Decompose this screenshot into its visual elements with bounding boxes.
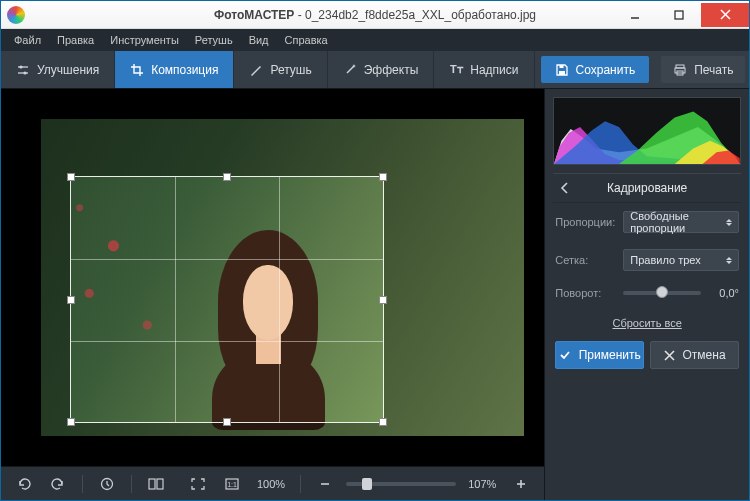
canvas-viewport[interactable] <box>1 89 544 466</box>
actual-size-button[interactable]: 1:1 <box>219 473 245 495</box>
reset-all-link[interactable]: Сбросить все <box>545 317 749 329</box>
zoom-out-button[interactable] <box>312 473 338 495</box>
app-name: ФотоМАСТЕР <box>214 8 294 22</box>
wand-icon <box>343 63 357 77</box>
text-icon: Tᴛ <box>449 63 463 77</box>
svg-point-7 <box>23 71 26 74</box>
canvas-area: 1:1 100% 107% <box>1 89 544 500</box>
redo-icon <box>50 477 66 491</box>
print-button[interactable]: Печать <box>661 56 745 83</box>
compare-icon <box>148 477 164 491</box>
tab-composition[interactable]: Композиция <box>115 51 234 88</box>
ratio-label: Пропорции: <box>555 216 615 228</box>
panel-actions: Применить Отмена <box>555 341 739 369</box>
crop-rectangle[interactable] <box>70 176 384 423</box>
panel-back-button[interactable] <box>555 178 575 198</box>
apply-button[interactable]: Применить <box>555 341 644 369</box>
menu-retouch[interactable]: Ретушь <box>188 32 240 48</box>
crop-icon <box>130 63 144 77</box>
minus-icon <box>319 478 331 490</box>
rotate-label: Поворот: <box>555 287 615 299</box>
crop-handle-w[interactable] <box>67 296 75 304</box>
history-icon <box>100 477 114 491</box>
close-icon <box>720 9 731 20</box>
fit-icon <box>190 477 206 491</box>
photo-image <box>41 119 524 436</box>
undo-button[interactable] <box>11 473 37 495</box>
redo-button[interactable] <box>45 473 71 495</box>
window-title: ФотоМАСТЕР - 0_234db2_f8dde25a_XXL_обраб… <box>214 8 536 22</box>
onetoone-icon: 1:1 <box>224 477 240 491</box>
app-window: ФотоМАСТЕР - 0_234db2_f8dde25a_XXL_обраб… <box>0 0 750 501</box>
histogram-icon <box>554 98 740 164</box>
crop-handle-s[interactable] <box>223 418 231 426</box>
maximize-icon <box>674 10 684 20</box>
plus-icon <box>515 478 527 490</box>
tool-tabs: Улучшения Композиция Ретушь Эффекты Tᴛ Н… <box>1 51 749 89</box>
menu-view[interactable]: Вид <box>242 32 276 48</box>
svg-text:1:1: 1:1 <box>227 481 237 488</box>
zoom-in-button[interactable] <box>508 473 534 495</box>
file-name: 0_234db2_f8dde25a_XXL_обработано.jpg <box>305 8 536 22</box>
crop-handle-sw[interactable] <box>67 418 75 426</box>
titlebar: ФотоМАСТЕР - 0_234db2_f8dde25a_XXL_обраб… <box>1 1 749 29</box>
save-icon <box>555 63 569 77</box>
print-icon <box>673 63 687 77</box>
svg-rect-15 <box>149 479 155 489</box>
crop-handle-se[interactable] <box>379 418 387 426</box>
history-button[interactable] <box>94 473 120 495</box>
menu-file[interactable]: Файл <box>7 32 48 48</box>
minimize-button[interactable] <box>613 3 657 27</box>
svg-rect-9 <box>559 71 565 75</box>
tab-text[interactable]: Tᴛ Надписи <box>434 51 534 88</box>
tab-effects[interactable]: Эффекты <box>328 51 435 88</box>
svg-rect-1 <box>675 11 683 19</box>
grid-select[interactable]: Правило трех <box>623 249 739 271</box>
svg-rect-10 <box>559 65 563 68</box>
crop-handle-n[interactable] <box>223 173 231 181</box>
cancel-button[interactable]: Отмена <box>650 341 739 369</box>
menubar: Файл Правка Инструменты Ретушь Вид Справ… <box>1 29 749 51</box>
tab-enhance[interactable]: Улучшения <box>1 51 115 88</box>
menu-help[interactable]: Справка <box>278 32 335 48</box>
chevron-left-icon <box>560 182 570 194</box>
compare-button[interactable] <box>143 473 169 495</box>
menu-tools[interactable]: Инструменты <box>103 32 186 48</box>
ratio-select[interactable]: Свободные пропорции <box>623 211 739 233</box>
svg-rect-16 <box>157 479 163 489</box>
panel-title: Кадрирование <box>607 181 687 195</box>
crop-handle-ne[interactable] <box>379 173 387 181</box>
statusbar: 1:1 100% 107% <box>1 466 544 500</box>
svg-line-8 <box>347 66 354 73</box>
zoom-value-label: 107% <box>468 478 496 490</box>
window-controls <box>613 3 749 27</box>
check-icon <box>559 349 571 361</box>
fit-screen-button[interactable] <box>185 473 211 495</box>
grid-field: Сетка: Правило трех <box>555 249 739 271</box>
minimize-icon <box>630 10 640 20</box>
rotate-slider[interactable] <box>623 291 701 295</box>
sliders-icon <box>16 63 30 77</box>
grid-label: Сетка: <box>555 254 615 266</box>
updown-icon <box>726 219 732 226</box>
rotate-field: Поворот: 0,0° <box>555 287 739 299</box>
updown-icon <box>726 257 732 264</box>
app-logo-icon <box>7 6 25 24</box>
panel-header: Кадрирование <box>553 173 741 203</box>
brush-icon <box>249 63 263 77</box>
undo-icon <box>16 477 32 491</box>
histogram <box>553 97 741 165</box>
tab-retouch[interactable]: Ретушь <box>234 51 327 88</box>
rotate-value: 0,0° <box>709 287 739 299</box>
crop-handle-e[interactable] <box>379 296 387 304</box>
crop-handle-nw[interactable] <box>67 173 75 181</box>
svg-point-5 <box>19 65 22 68</box>
close-button[interactable] <box>701 3 749 27</box>
right-panel: Кадрирование Пропорции: Свободные пропор… <box>544 89 749 500</box>
maximize-button[interactable] <box>657 3 701 27</box>
zoom-fit-label: 100% <box>257 478 285 490</box>
zoom-slider[interactable] <box>346 482 456 486</box>
save-button[interactable]: Сохранить <box>541 56 650 83</box>
x-icon <box>664 350 675 361</box>
menu-edit[interactable]: Правка <box>50 32 101 48</box>
